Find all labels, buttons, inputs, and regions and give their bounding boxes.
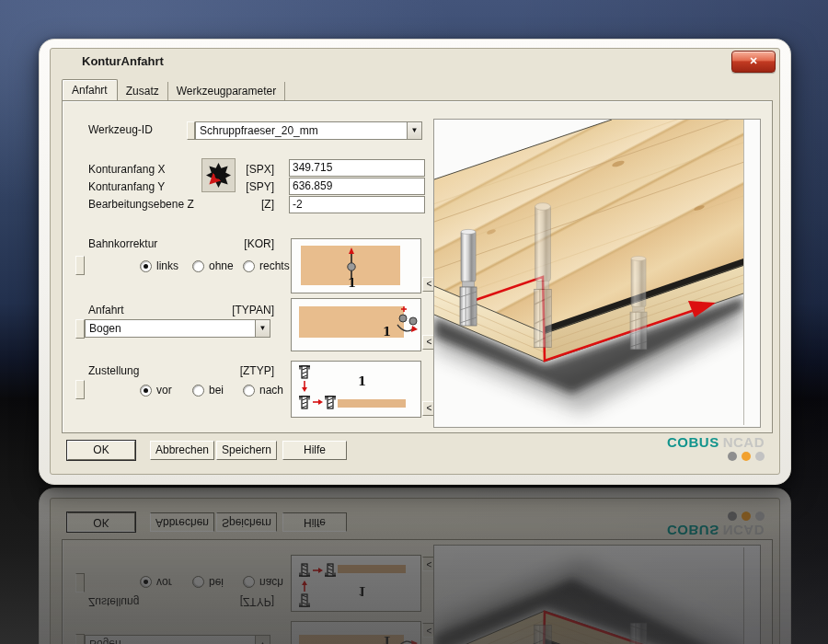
product-name: NCAD <box>723 434 765 450</box>
radio-icon <box>243 385 255 397</box>
werkzeug-id-label: Werkzeug-ID <box>88 123 153 136</box>
tab-werkzeugparameter[interactable]: Werkzeugparameter <box>168 82 286 101</box>
tab-bar: Anfahrt Zusatz Werkzeugparameter <box>62 80 285 101</box>
logo-dot-gray <box>728 452 737 461</box>
bahnkorrektur-side-button[interactable] <box>75 256 85 275</box>
anfahrt-label: Anfahrt <box>88 304 124 316</box>
werkzeug-id-side-button[interactable] <box>187 121 195 140</box>
preview-3d-image <box>434 120 744 425</box>
svg-text:1: 1 <box>348 276 356 290</box>
radio-icon <box>192 385 204 397</box>
korrektur-preview-image: 1 <box>291 238 421 293</box>
kontur-y-label: Konturanfang Y <box>88 180 165 193</box>
window-title: KonturAnfahrt <box>82 54 164 68</box>
tab-anfahrt[interactable]: Anfahrt <box>62 79 118 102</box>
cobus-ncad-logo: COBUSNCAD <box>667 434 765 461</box>
typan-param-label: [TYPAN] <box>219 304 274 316</box>
radio-links[interactable]: links <box>140 259 178 272</box>
radio-vor[interactable]: vor <box>140 384 172 397</box>
werkzeug-id-value[interactable]: Schruppfraeser_20_mm <box>195 121 407 140</box>
anfahrt-value[interactable]: Bogen <box>85 319 255 338</box>
ok-button[interactable]: OK <box>67 441 135 460</box>
radio-icon <box>140 260 152 272</box>
kontur-anfahrt-window: KonturAnfahrt ✕ Anfahrt Zusatz Werkzeugp… <box>39 39 791 485</box>
preview-3d-panel <box>433 119 761 428</box>
radio-ohne[interactable]: ohne <box>192 259 234 272</box>
z-input[interactable]: -2 <box>289 196 425 213</box>
close-button[interactable]: ✕ <box>731 51 776 73</box>
z-param-label: [Z] <box>219 198 274 211</box>
logo-dots <box>667 452 765 461</box>
radio-rechts[interactable]: rechts <box>243 259 290 272</box>
spx-input[interactable]: 349.715 <box>289 159 425 177</box>
bahnkorrektur-label: Bahnkorrektur <box>88 237 157 250</box>
dropdown-arrow-icon[interactable]: ▼ <box>407 121 422 140</box>
ebene-z-label: Bearbeitungsebene Z <box>88 198 194 211</box>
radio-nach[interactable]: nach <box>243 384 283 397</box>
anfahrt-preview-image: 1 <box>291 298 421 351</box>
close-icon: ✕ <box>749 55 757 66</box>
spy-input[interactable]: 636.859 <box>289 178 425 195</box>
tab-page-anfahrt: Werkzeug-ID Schruppfraeser_20_mm ▼ Kontu… <box>62 100 773 433</box>
desktop-background: KonturAnfahrt ✕ Anfahrt Zusatz Werkzeugp… <box>0 0 828 644</box>
dropdown-arrow-icon[interactable]: ▼ <box>255 319 270 338</box>
save-button[interactable]: Speichern <box>216 441 277 460</box>
zustellung-preview-image: 1 <box>291 361 421 418</box>
logo-dot-orange <box>742 452 751 461</box>
svg-text:1: 1 <box>358 374 366 388</box>
cancel-button[interactable]: Abbrechen <box>150 441 214 460</box>
radio-icon <box>140 385 152 397</box>
kor-param-label: [KOR] <box>219 237 274 250</box>
zustellung-label: Zustellung <box>88 364 139 377</box>
logo-dot-lightgray <box>755 452 765 461</box>
anfahrt-side-button[interactable] <box>75 319 85 339</box>
radio-icon <box>243 260 255 272</box>
werkzeug-id-combobox[interactable]: Schruppfraeser_20_mm ▼ <box>187 121 422 140</box>
zustellung-side-button[interactable] <box>75 380 85 399</box>
help-button[interactable]: Hilfe <box>282 441 347 460</box>
anfahrt-combobox[interactable]: Bogen ▼ <box>85 319 270 338</box>
spy-param-label: [SPY] <box>219 180 274 193</box>
tab-zusatz[interactable]: Zusatz <box>118 82 168 101</box>
spx-param-label: [SPX] <box>219 163 274 176</box>
ztyp-param-label: [ZTYP] <box>219 364 274 377</box>
dialog-surface: KonturAnfahrt ✕ Anfahrt Zusatz Werkzeugp… <box>50 48 780 475</box>
brand-name: COBUS <box>667 434 719 450</box>
kontur-x-label: Konturanfang X <box>88 163 165 176</box>
radio-bei[interactable]: bei <box>192 384 224 397</box>
radio-icon <box>192 260 204 272</box>
svg-text:1: 1 <box>383 325 391 339</box>
